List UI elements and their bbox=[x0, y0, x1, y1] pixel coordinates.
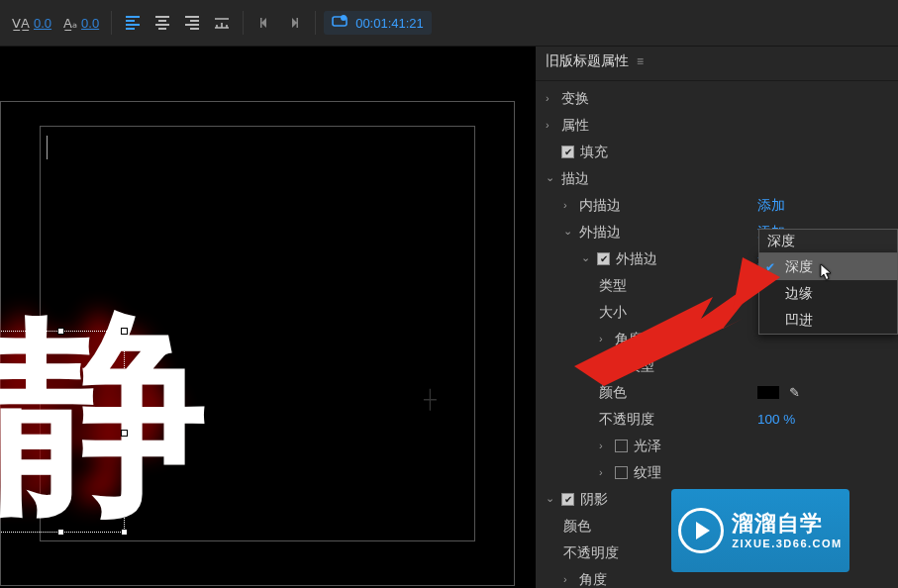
row-label: 角度 bbox=[615, 331, 643, 348]
row-label: 大小 bbox=[599, 304, 627, 322]
stroke-opacity-row: 不透明度 100 % bbox=[536, 406, 898, 433]
row-label: 类型 bbox=[599, 277, 627, 295]
separator bbox=[243, 11, 244, 35]
align-left-button[interactable] bbox=[120, 10, 146, 36]
stroke-opacity-value[interactable]: 100 % bbox=[757, 412, 795, 427]
panel-title: 旧版标题属性 bbox=[546, 52, 629, 70]
option-label: 深度 bbox=[785, 258, 813, 276]
eyedropper-icon[interactable]: ✎ bbox=[789, 385, 800, 400]
stroke-color-row: 颜色 ✎ bbox=[536, 379, 898, 406]
chevron-right-icon: › bbox=[599, 440, 609, 451]
row-label: 外描边 bbox=[579, 224, 621, 242]
resize-handle-tm[interactable] bbox=[57, 328, 64, 335]
stroke-color-swatch[interactable] bbox=[757, 386, 779, 399]
section-stroke[interactable]: ⌄描边 bbox=[536, 165, 898, 192]
duration-icon bbox=[332, 14, 349, 32]
watermark-line2: ZIXUE.3D66.COM bbox=[732, 538, 842, 550]
duration-value: 00:01:41:21 bbox=[355, 16, 424, 31]
row-label: 填充类型 bbox=[599, 357, 654, 375]
dropdown-selected: 深度 bbox=[767, 233, 795, 250]
chevron-down-icon: ⌄ bbox=[546, 492, 555, 505]
chevron-right-icon: › bbox=[599, 466, 609, 478]
dropdown-option-edge[interactable]: 边缘 bbox=[759, 280, 897, 307]
fill-checkbox[interactable]: ✔ bbox=[561, 146, 574, 158]
stroke-enable-checkbox[interactable]: ✔ bbox=[597, 252, 610, 265]
chevron-down-icon: ⌄ bbox=[563, 225, 573, 238]
row-label: 外描边 bbox=[616, 250, 657, 268]
inner-stroke-row[interactable]: ›内描边 添加 bbox=[536, 192, 898, 219]
resize-handle-mr[interactable] bbox=[121, 430, 128, 437]
svg-point-1 bbox=[341, 15, 347, 21]
baseline-shift-icon: A̲ₐ bbox=[63, 16, 77, 31]
watermark-badge: 溜溜自学 ZIXUE.3D66.COM bbox=[671, 489, 849, 572]
texture-checkbox[interactable]: ✔ bbox=[615, 466, 628, 479]
chevron-right-icon: › bbox=[563, 199, 573, 211]
row-label: 颜色 bbox=[599, 384, 627, 402]
resize-handle-br[interactable] bbox=[121, 529, 128, 536]
row-label: 光泽 bbox=[634, 438, 661, 455]
separator bbox=[315, 11, 316, 35]
row-label: 角度 bbox=[579, 571, 607, 589]
chevron-down-icon: ⌄ bbox=[581, 251, 591, 264]
stroke-type-dropdown[interactable]: 深度 bbox=[758, 229, 898, 252]
tab-stops-button[interactable] bbox=[209, 10, 235, 36]
selection-box[interactable] bbox=[0, 331, 125, 533]
row-label: 颜色 bbox=[563, 518, 591, 536]
kerning-tool[interactable]: V̲A̲ 0.0 bbox=[8, 14, 55, 33]
align-right-button[interactable] bbox=[179, 10, 205, 36]
section-label: 填充 bbox=[580, 144, 608, 161]
section-transform[interactable]: ›变换 bbox=[536, 85, 898, 112]
row-label: 不透明度 bbox=[563, 544, 619, 562]
panel-menu-icon[interactable]: ≡ bbox=[637, 54, 644, 68]
option-label: 边缘 bbox=[785, 285, 813, 303]
chevron-right-icon: › bbox=[546, 119, 555, 131]
section-label: 变换 bbox=[561, 90, 589, 108]
align-center-button[interactable] bbox=[150, 10, 175, 36]
stroke-gloss-row[interactable]: ›✔光泽 bbox=[536, 433, 898, 459]
option-label: 凹进 bbox=[785, 312, 813, 330]
shadow-checkbox[interactable]: ✔ bbox=[561, 493, 574, 506]
mouse-cursor-icon bbox=[820, 263, 834, 281]
watermark-play-icon bbox=[678, 508, 724, 553]
check-icon: ✔ bbox=[765, 260, 775, 274]
stroke-filltype-row: 填充类型 bbox=[536, 352, 898, 379]
duration-pill[interactable]: 00:01:41:21 bbox=[324, 11, 432, 35]
resize-handle-tr[interactable] bbox=[121, 328, 128, 335]
section-label: 阴影 bbox=[580, 491, 608, 509]
title-canvas[interactable]: 静 静 ┼ bbox=[0, 47, 535, 588]
baseline-value[interactable]: 0.0 bbox=[81, 16, 99, 31]
chevron-right-icon: › bbox=[599, 333, 609, 344]
next-tab-button[interactable] bbox=[281, 10, 307, 36]
stroke-texture-row[interactable]: ›✔纹理 bbox=[536, 459, 898, 486]
row-label: 纹理 bbox=[634, 464, 661, 482]
prev-tab-button[interactable] bbox=[251, 10, 277, 36]
section-fill[interactable]: ✔填充 bbox=[536, 139, 898, 165]
watermark-line1: 溜溜自学 bbox=[732, 511, 842, 537]
add-inner-stroke-link[interactable]: 添加 bbox=[757, 197, 785, 215]
center-marker-icon: ┼ bbox=[424, 389, 437, 410]
chevron-right-icon: › bbox=[563, 573, 573, 585]
section-attributes[interactable]: ›属性 bbox=[536, 112, 898, 139]
baseline-tool[interactable]: A̲ₐ 0.0 bbox=[59, 14, 103, 33]
kerning-value[interactable]: 0.0 bbox=[34, 16, 51, 31]
chevron-right-icon: › bbox=[546, 92, 555, 104]
kerning-icon: V̲A̲ bbox=[12, 16, 30, 31]
dropdown-option-indent[interactable]: 凹进 bbox=[759, 307, 897, 334]
section-label: 属性 bbox=[561, 117, 589, 135]
row-label: 内描边 bbox=[579, 197, 621, 215]
row-label: 不透明度 bbox=[599, 411, 654, 429]
gloss-checkbox[interactable]: ✔ bbox=[615, 440, 628, 452]
chevron-down-icon: ⌄ bbox=[546, 171, 555, 184]
text-cursor bbox=[47, 136, 48, 159]
section-label: 描边 bbox=[561, 170, 589, 188]
separator bbox=[111, 11, 112, 35]
resize-handle-bm[interactable] bbox=[57, 529, 64, 536]
